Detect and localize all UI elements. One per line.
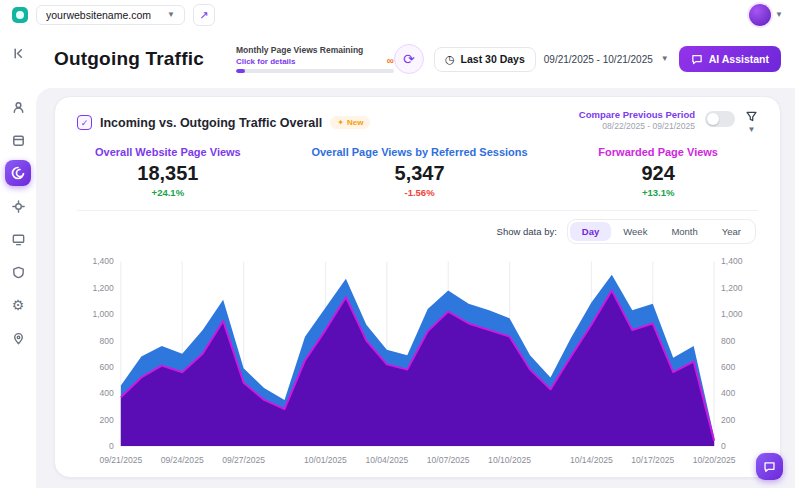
display-icon[interactable] xyxy=(5,226,31,252)
page-title: Outgoing Traffic xyxy=(54,48,204,70)
show-data-by-label: Show data by: xyxy=(497,226,557,237)
metrics-row: Overall Website Page Views 18,351 +24.1%… xyxy=(77,134,758,211)
metric-value: 5,347 xyxy=(311,162,527,185)
show-data-by-segmented-control: Day Week Month Year xyxy=(567,219,756,244)
svg-text:0: 0 xyxy=(721,441,726,451)
metric-forwarded-page-views: Forwarded Page Views 924 +13.1% xyxy=(598,146,718,198)
svg-text:600: 600 xyxy=(100,362,115,372)
chat-icon xyxy=(691,53,703,65)
open-site-button[interactable]: ↗ xyxy=(193,4,215,26)
metric-label: Overall Website Page Views xyxy=(95,146,241,158)
date-range-picker[interactable]: ◷ Last 30 Days 09/21/2025 - 10/21/2025 ▼ xyxy=(434,47,669,72)
metric-label: Forwarded Page Views xyxy=(598,146,718,158)
svg-text:1,200: 1,200 xyxy=(92,283,114,293)
chevron-down-icon: ▼ xyxy=(775,11,783,19)
svg-text:400: 400 xyxy=(100,388,115,398)
settings-icon[interactable]: ⚙ xyxy=(5,292,31,318)
svg-text:10/10/2025: 10/10/2025 xyxy=(488,455,531,465)
chat-bubble-icon xyxy=(763,460,776,473)
svg-text:10/07/2025: 10/07/2025 xyxy=(427,455,470,465)
svg-text:09/27/2025: 09/27/2025 xyxy=(222,455,265,465)
metric-label: Overall Page Views by Referred Sessions xyxy=(311,146,527,158)
chevron-down-icon: ▼ xyxy=(661,55,669,63)
checkbox-icon[interactable]: ✓ xyxy=(77,115,92,130)
chevron-down-icon: ▼ xyxy=(167,11,175,19)
svg-text:800: 800 xyxy=(721,336,736,346)
website-name: yourwebsitename.com xyxy=(46,9,151,21)
traffic-area-chart[interactable]: 09/21/202509/24/202509/27/202510/01/2025… xyxy=(77,252,758,471)
chat-widget-button[interactable] xyxy=(756,453,783,480)
new-badge-label: New xyxy=(347,118,363,127)
collapse-sidebar-icon[interactable] xyxy=(5,40,31,66)
tab-day[interactable]: Day xyxy=(570,222,611,241)
integrations-icon[interactable] xyxy=(5,193,31,219)
audience-icon[interactable] xyxy=(5,94,31,120)
sidebar: ⚙ xyxy=(0,30,36,488)
svg-text:200: 200 xyxy=(721,415,736,425)
external-link-icon: ↗ xyxy=(199,9,208,22)
svg-text:09/24/2025: 09/24/2025 xyxy=(161,455,204,465)
infinity-badge: ∞ xyxy=(387,56,394,66)
ai-assistant-button[interactable]: AI Assistant xyxy=(679,46,781,72)
svg-text:1,400: 1,400 xyxy=(721,257,743,267)
metric-referred-sessions: Overall Page Views by Referred Sessions … xyxy=(311,146,527,198)
svg-text:0: 0 xyxy=(109,441,114,451)
outgoing-traffic-icon[interactable] xyxy=(5,160,31,186)
range-label: Last 30 Days xyxy=(461,53,525,65)
compare-range: 08/22/2025 - 09/21/2025 xyxy=(579,121,695,131)
location-icon[interactable] xyxy=(5,325,31,351)
compare-toggle[interactable] xyxy=(705,111,735,127)
svg-text:400: 400 xyxy=(721,388,736,398)
monthly-pageviews-widget: Monthly Page Views Remaining Click for d… xyxy=(236,45,394,73)
svg-text:800: 800 xyxy=(100,336,115,346)
products-icon[interactable] xyxy=(5,127,31,153)
topbar: yourwebsitename.com ▼ ↗ ▼ xyxy=(0,0,795,30)
svg-text:10/17/2025: 10/17/2025 xyxy=(631,455,674,465)
clock-icon: ◷ xyxy=(445,53,455,66)
website-selector[interactable]: yourwebsitename.com ▼ xyxy=(36,5,185,25)
chart-canvas[interactable]: 09/21/202509/24/202509/27/202510/01/2025… xyxy=(77,252,758,471)
app-logo xyxy=(12,7,28,23)
tab-month[interactable]: Month xyxy=(659,222,709,241)
range-dates: 09/21/2025 - 10/21/2025 xyxy=(544,54,653,65)
traffic-card: ✓ Incoming vs. Outgoing Traffic Overall … xyxy=(54,96,781,478)
metric-delta: -1.56% xyxy=(311,187,527,198)
new-badge: ✦ New xyxy=(330,116,370,129)
tab-week[interactable]: Week xyxy=(611,222,659,241)
content-area: ✓ Incoming vs. Outgoing Traffic Overall … xyxy=(36,88,795,488)
svg-text:1,400: 1,400 xyxy=(92,257,114,267)
toggle-knob xyxy=(707,113,719,125)
ai-assistant-label: AI Assistant xyxy=(709,53,769,65)
svg-text:10/01/2025: 10/01/2025 xyxy=(304,455,347,465)
refresh-button[interactable]: ⟳ xyxy=(394,44,424,74)
page-header: Outgoing Traffic Monthly Page Views Rema… xyxy=(36,30,795,88)
card-title: Incoming vs. Outgoing Traffic Overall xyxy=(100,116,322,130)
svg-text:200: 200 xyxy=(100,415,115,425)
last-30-days-pill[interactable]: ◷ Last 30 Days xyxy=(434,47,536,72)
svg-text:600: 600 xyxy=(721,362,736,372)
compare-label: Compare Previous Period xyxy=(579,109,695,120)
monthly-pageviews-label: Monthly Page Views Remaining xyxy=(236,45,394,55)
refresh-icon: ⟳ xyxy=(403,51,415,67)
metric-value: 924 xyxy=(598,162,718,185)
metric-delta: +24.1% xyxy=(95,187,241,198)
svg-text:10/14/2025: 10/14/2025 xyxy=(570,455,613,465)
svg-text:10/04/2025: 10/04/2025 xyxy=(365,455,408,465)
metric-value: 18,351 xyxy=(95,162,241,185)
click-for-details-link[interactable]: Click for details xyxy=(236,57,296,66)
svg-text:1,000: 1,000 xyxy=(92,309,114,319)
pageviews-progress-bar xyxy=(236,69,394,73)
pageviews-progress-fill xyxy=(236,69,245,73)
sparkle-icon: ✦ xyxy=(337,118,344,127)
chevron-down-icon[interactable]: ▼ xyxy=(748,126,756,134)
avatar[interactable] xyxy=(749,4,771,26)
svg-text:1,000: 1,000 xyxy=(721,309,743,319)
metric-overall-page-views: Overall Website Page Views 18,351 +24.1% xyxy=(95,146,241,198)
svg-text:10/20/2025: 10/20/2025 xyxy=(693,455,736,465)
svg-text:1,200: 1,200 xyxy=(721,283,743,293)
filter-icon[interactable] xyxy=(745,110,758,123)
metric-delta: +13.1% xyxy=(598,187,718,198)
security-icon[interactable] xyxy=(5,259,31,285)
svg-text:09/21/2025: 09/21/2025 xyxy=(99,455,142,465)
tab-year[interactable]: Year xyxy=(710,222,753,241)
